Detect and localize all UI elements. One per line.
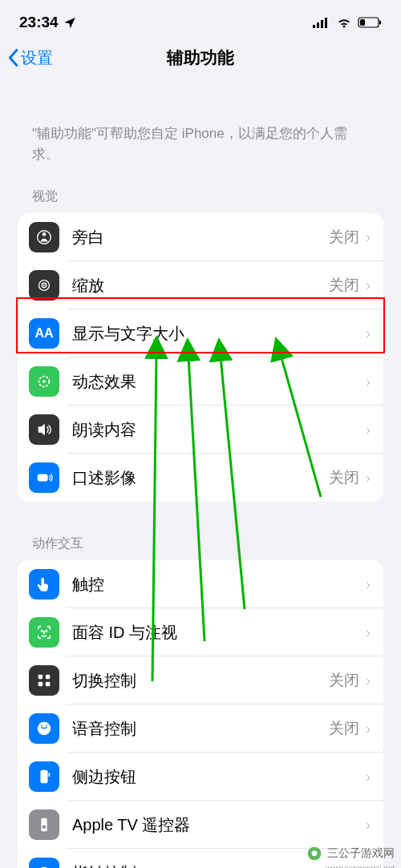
row-label: 口述影像 xyxy=(72,467,329,489)
svg-rect-1 xyxy=(317,22,319,28)
face-id-icon xyxy=(29,617,59,648)
row-display-text[interactable]: AA 显示与文字大小 › xyxy=(18,309,383,357)
voiceover-icon xyxy=(29,222,59,252)
row-switch-control[interactable]: 切换控制 关闭 › xyxy=(18,656,383,704)
svg-rect-24 xyxy=(40,770,47,784)
row-label: 侧边按钮 xyxy=(72,766,366,788)
watermark-url: www.sangongzi.net xyxy=(326,864,395,868)
section-header-visual: 视觉 xyxy=(0,179,401,213)
page-title: 辅助功能 xyxy=(167,46,234,69)
row-label: 切换控制 xyxy=(72,670,329,692)
svg-point-27 xyxy=(43,825,47,829)
row-voiceover[interactable]: 旁白 关闭 › xyxy=(18,213,383,261)
svg-rect-20 xyxy=(46,682,51,687)
audio-desc-icon xyxy=(29,462,59,493)
chevron-right-icon: › xyxy=(366,721,371,737)
row-label: 面容 ID 与注视 xyxy=(72,622,366,644)
chevron-right-icon: › xyxy=(366,817,371,834)
row-zoom[interactable]: 缩放 关闭 › xyxy=(18,261,383,309)
row-label: 显示与文字大小 xyxy=(72,323,366,345)
watermark-text: 三公子游戏网 xyxy=(327,846,395,861)
row-label: 触控 xyxy=(72,574,366,595)
chevron-right-icon: › xyxy=(366,576,371,593)
svg-rect-17 xyxy=(38,675,43,680)
list-group-interaction: 触控 › 面容 ID 与注视 › 切换控制 关闭 › 语音控制 关闭 › 侧边按… xyxy=(18,560,383,868)
back-label: 设置 xyxy=(21,47,53,69)
row-spoken-content[interactable]: 朗读内容 › xyxy=(18,406,383,454)
svg-point-16 xyxy=(46,630,47,631)
switch-control-icon xyxy=(29,665,59,696)
row-motion[interactable]: 动态效果 › xyxy=(18,357,383,406)
svg-rect-14 xyxy=(38,474,48,481)
svg-rect-26 xyxy=(41,818,47,832)
zoom-icon xyxy=(29,270,59,301)
side-button-icon xyxy=(29,761,59,792)
apple-tv-icon xyxy=(29,809,59,840)
row-label: 缩放 xyxy=(72,275,329,297)
chevron-right-icon: › xyxy=(366,769,371,785)
row-label: 朗读内容 xyxy=(72,419,366,441)
svg-rect-18 xyxy=(46,675,51,680)
status-time: 23:34 xyxy=(19,14,59,31)
back-button[interactable]: 设置 xyxy=(6,47,53,69)
svg-rect-3 xyxy=(325,18,327,28)
row-label: 动态效果 xyxy=(72,371,366,393)
svg-point-8 xyxy=(43,232,47,236)
list-group-visual: 旁白 关闭 › 缩放 关闭 › AA 显示与文字大小 › 动态效果 › 朗读内容… xyxy=(18,213,383,502)
svg-rect-6 xyxy=(379,21,381,25)
svg-point-15 xyxy=(42,630,43,631)
nav-header: 设置 辅助功能 xyxy=(0,38,401,77)
row-value: 关闭 xyxy=(329,467,359,488)
row-label: 指针控制 xyxy=(72,862,366,869)
row-voice-control[interactable]: 语音控制 关闭 › xyxy=(18,704,383,753)
watermark: 三公子游戏网 xyxy=(306,846,395,862)
page-description: "辅助功能"可帮助您自定 iPhone，以满足您的个人需求。 xyxy=(0,77,401,179)
svg-rect-25 xyxy=(49,773,51,777)
svg-point-13 xyxy=(43,380,46,383)
chevron-right-icon: › xyxy=(366,325,371,342)
display-text-icon: AA xyxy=(29,318,59,349)
row-value: 关闭 xyxy=(329,227,359,248)
chevron-left-icon xyxy=(6,48,19,67)
chevron-right-icon: › xyxy=(366,277,371,294)
row-face-id[interactable]: 面容 ID 与注视 › xyxy=(18,608,383,656)
svg-point-11 xyxy=(43,285,45,286)
watermark-logo-icon xyxy=(306,846,322,862)
svg-rect-0 xyxy=(313,25,315,28)
pointer-control-icon xyxy=(29,858,59,868)
chevron-right-icon: › xyxy=(366,624,371,641)
row-side-button[interactable]: 侧边按钮 › xyxy=(18,753,383,801)
row-label: Apple TV 遥控器 xyxy=(72,814,366,836)
wifi-icon xyxy=(336,17,352,28)
svg-rect-19 xyxy=(38,682,43,687)
svg-point-22 xyxy=(41,725,43,726)
row-apple-tv[interactable]: Apple TV 遥控器 › xyxy=(18,801,383,849)
status-bar: 23:34 xyxy=(0,0,401,38)
touch-icon xyxy=(29,569,59,600)
battery-icon xyxy=(358,17,382,28)
svg-rect-5 xyxy=(360,19,365,26)
svg-point-23 xyxy=(46,725,47,726)
row-value: 关闭 xyxy=(329,718,359,739)
chevron-right-icon: › xyxy=(366,373,371,390)
signal-icon xyxy=(313,17,330,28)
chevron-right-icon: › xyxy=(366,470,371,486)
row-touch[interactable]: 触控 › xyxy=(18,560,383,608)
spoken-content-icon xyxy=(29,414,59,445)
row-value: 关闭 xyxy=(329,275,359,296)
location-icon xyxy=(63,16,76,29)
row-label: 旁白 xyxy=(72,227,329,248)
chevron-right-icon: › xyxy=(366,229,371,246)
row-audio-desc[interactable]: 口述影像 关闭 › xyxy=(18,454,383,502)
chevron-right-icon: › xyxy=(366,672,371,689)
svg-rect-2 xyxy=(321,20,323,28)
voice-control-icon xyxy=(29,713,59,744)
row-value: 关闭 xyxy=(329,670,359,691)
row-label: 语音控制 xyxy=(72,718,329,740)
section-header-interaction: 动作交互 xyxy=(0,526,401,560)
motion-icon xyxy=(29,366,59,397)
chevron-right-icon: › xyxy=(366,422,371,438)
